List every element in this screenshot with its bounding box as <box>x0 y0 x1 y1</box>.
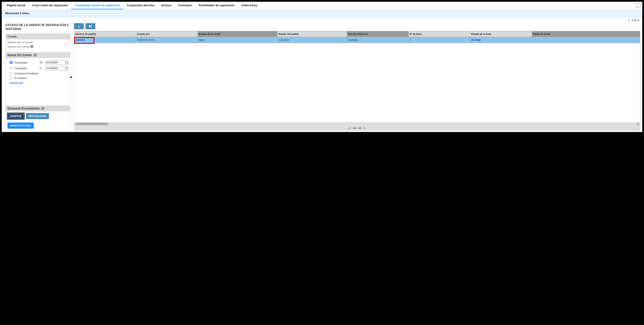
account-name-label: Nombre De La Cuenta <box>8 41 68 44</box>
checkbox-cancelled-label: Cancelado <box>14 67 27 70</box>
date-from-label: De <box>40 61 44 64</box>
col-ship-date[interactable]: Fecha de envío <box>532 31 640 37</box>
pagination-summary: 1 - 3 de 3 <box>2 18 642 22</box>
svg-rect-2 <box>91 25 92 27</box>
chevron-down-icon: ⌄ <box>637 4 639 7</box>
main-content: Número de pedido Creado por Estado de lo… <box>74 23 640 130</box>
cell-ship-date <box>532 37 640 43</box>
sidebar-collapse-handle[interactable]: ◀ <box>68 74 72 80</box>
checkbox-submitted-label: Presentado <box>14 61 28 64</box>
status-message: Mostrando 3 datos. <box>2 10 642 18</box>
pager: ⏮ ◀◀ ▶▶ ⏭ <box>74 126 640 130</box>
table-row[interactable]: XXXXXX ZBREBONDUSR... Open Submitted Con… <box>74 37 640 43</box>
tab-assets[interactable]: Activos <box>158 2 175 9</box>
sidebar-title: ESTADO DE LA ORDEN DE REPARACIÓN E HISTO… <box>6 23 70 31</box>
info-icon[interactable]: i <box>34 54 36 57</box>
checkbox-on-hold[interactable] <box>10 77 12 80</box>
pager-prev-icon[interactable]: ◀◀ <box>353 127 356 129</box>
cell-coverage: Contrato <box>347 37 408 43</box>
checkbox-on-hold-label: En Espera <box>14 76 26 80</box>
col-coverage-type[interactable]: Tipo de Cobertura <box>347 31 408 37</box>
tab-claim-entry[interactable]: Claim Entry <box>238 2 260 9</box>
date-to-label: A <box>40 67 44 70</box>
chevron-left-icon: ◀ <box>70 75 72 78</box>
columns-icon <box>89 25 92 28</box>
cell-order-number-link[interactable]: XXXXXX <box>75 38 85 41</box>
info-icon[interactable]: i <box>41 107 44 110</box>
svg-rect-0 <box>89 25 90 27</box>
date-from-input[interactable] <box>45 60 68 64</box>
cell-line-no: 1 <box>408 37 470 43</box>
cell-order-status: Submitted <box>278 37 347 43</box>
download-button[interactable] <box>74 23 84 29</box>
pager-first-icon[interactable]: ⏮ <box>348 127 350 129</box>
need-help-button[interactable]: NECESITO AYUDA <box>8 122 34 129</box>
checkbox-quote-pending[interactable] <box>10 72 12 75</box>
pager-last-icon[interactable]: ⏭ <box>364 127 366 129</box>
tab-repair-activities[interactable]: Actividades de reparación <box>195 2 238 9</box>
pager-next-icon[interactable]: ▶▶ <box>358 127 361 129</box>
col-created-by[interactable]: Creado por <box>136 31 198 37</box>
col-order-number[interactable]: Número de pedido <box>74 31 136 37</box>
svg-rect-1 <box>90 25 91 27</box>
scroll-right-icon[interactable]: ▶ <box>637 123 639 125</box>
tab-contracts[interactable]: Contratos <box>175 2 195 9</box>
col-line-number[interactable]: Nº de línea <box>408 31 470 37</box>
horizontal-scrollbar[interactable]: ◀ ▶ <box>74 122 640 126</box>
tab-check-repair-status[interactable]: Comprobar estado de reparación <box>72 2 124 9</box>
date-to-input[interactable] <box>45 66 68 70</box>
tab-check-entitlement[interactable]: Comprobar derecho <box>124 2 158 9</box>
sidebar: ESTADO DE LA ORDEN DE REPARACIÓN E HISTO… <box>6 23 70 130</box>
search-by-state-head[interactable]: Buscar Por Estado i <box>6 52 70 58</box>
show-more-link[interactable]: Mostrar Más <box>10 82 23 84</box>
col-detail-status[interactable]: Estado de los detal <box>198 31 278 37</box>
accept-button[interactable]: ACEPTAR <box>8 113 24 119</box>
checkbox-cancelled[interactable] <box>10 67 12 70</box>
scroll-left-icon[interactable]: ◀ <box>75 123 77 125</box>
cell-detail-status: Open <box>198 37 278 43</box>
custom-search-head[interactable]: Búsqueda Personalizada i <box>6 106 70 112</box>
scroll-track[interactable] <box>77 123 637 125</box>
data-grid: Número de pedido Creado por Estado de lo… <box>74 31 640 130</box>
tab-create-order[interactable]: Crear orden de reparación <box>29 2 72 9</box>
tab-bar: Página inicial Crear orden de reparación… <box>2 2 642 10</box>
scroll-thumb[interactable] <box>77 123 108 125</box>
col-line-status[interactable]: Estado de la línea <box>470 31 532 37</box>
account-number-label: Número De Cuenta i <box>8 45 68 48</box>
account-section-head: Cuenta <box>6 34 70 40</box>
columns-button[interactable] <box>86 23 95 29</box>
checkbox-submitted[interactable] <box>10 61 12 64</box>
download-icon <box>77 24 80 28</box>
tab-overflow-dropdown[interactable]: ⌄ <box>636 4 640 8</box>
cell-line-status-link[interactable]: On Hold <box>471 38 480 41</box>
col-order-status[interactable]: Estado del pedido <box>278 31 347 37</box>
tab-home[interactable]: Página inicial <box>4 2 29 9</box>
checkbox-quote-pending-label: Cotización Pendiente <box>14 72 38 75</box>
reset-button[interactable]: RESTABLECER <box>26 113 49 119</box>
cell-created-by: ZBREBONDUSR... <box>136 37 198 43</box>
info-icon[interactable]: i <box>30 45 33 48</box>
